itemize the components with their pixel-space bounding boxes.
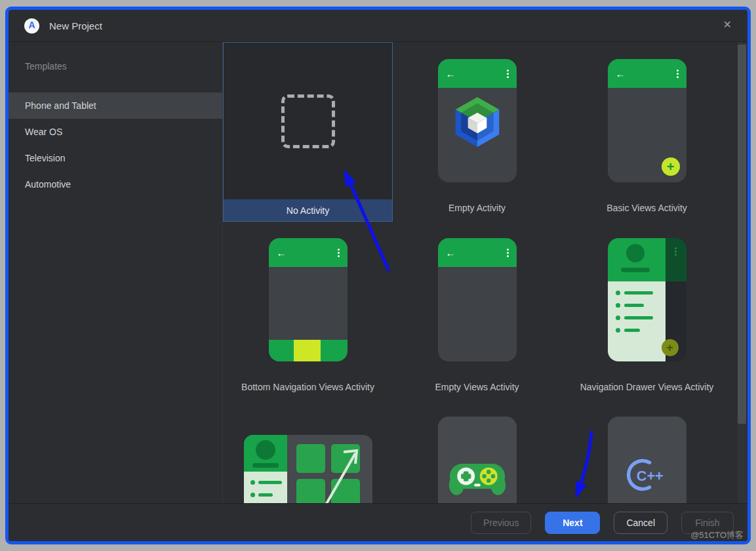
template-card-no-activity[interactable]: No Activity	[223, 42, 393, 222]
avatar-name-bar	[252, 463, 279, 468]
sidebar-item-wear-os[interactable]: Wear OS	[9, 119, 222, 145]
template-card-label: Basic Views Activity	[607, 203, 687, 213]
sidebar-header: Templates	[9, 61, 222, 74]
previous-button[interactable]: Previous	[471, 512, 531, 534]
template-card-label: Empty Views Activity	[435, 382, 519, 392]
template-card-label: Empty Activity	[448, 203, 506, 213]
dialog-title: New Project	[49, 20, 102, 31]
phone-mockup: +	[608, 238, 686, 361]
template-card-empty-activity[interactable]: ← Empty Ac	[392, 59, 562, 213]
templates-sidebar: Templates Phone and Tablet Wear OS Telev…	[9, 43, 223, 503]
new-project-dialog: A New Project ✕ Templates Phone and Tabl…	[5, 7, 751, 544]
next-button[interactable]: Next	[545, 512, 600, 534]
sidebar-item-television[interactable]: Television	[9, 145, 222, 171]
dialog-titlebar: A New Project	[9, 10, 747, 42]
back-arrow-icon: ←	[446, 68, 456, 79]
compose-logo-icon	[438, 96, 517, 148]
back-arrow-icon: ←	[446, 247, 456, 258]
sidebar-item-phone-and-tablet[interactable]: Phone and Tablet	[9, 92, 222, 119]
watermark: @51CTO博客	[690, 529, 744, 541]
phone-mockup: ←	[438, 238, 517, 361]
android-studio-icon: A	[24, 18, 39, 33]
avatar	[256, 440, 275, 460]
phone-app-bar	[666, 238, 686, 281]
sidebar-item-automotive[interactable]: Automotive	[9, 171, 222, 197]
drawer-header	[608, 238, 666, 281]
back-arrow-icon: ←	[277, 247, 287, 258]
game-controller-icon	[447, 457, 507, 498]
fab-plus-icon: +	[662, 157, 680, 176]
dialog-footer: Previous Next Cancel Finish	[9, 503, 747, 541]
kebab-menu-icon	[675, 247, 677, 256]
kebab-menu-icon	[677, 70, 679, 78]
dashed-square-icon	[281, 94, 335, 148]
phone-mockup	[438, 417, 517, 503]
template-grid: No Activity ←	[223, 42, 737, 503]
phone-mockup: ←	[269, 238, 348, 361]
phone-app-bar: ←	[269, 238, 348, 267]
back-arrow-icon: ←	[616, 68, 626, 79]
phone-mockup: ← +	[608, 59, 686, 182]
phone-app-bar: ←	[608, 59, 686, 88]
bottom-nav-bar-icon	[269, 340, 348, 361]
cancel-button[interactable]: Cancel	[614, 512, 667, 534]
drawer-menu-icon	[244, 472, 287, 503]
template-card-basic-views-activity[interactable]: ← + Basic Views Activity	[562, 59, 732, 213]
template-card-native-cpp[interactable]: C++	[562, 417, 732, 503]
template-card-game-activity[interactable]	[392, 417, 562, 503]
svg-text:C++: C++	[636, 468, 663, 484]
scrollbar-track[interactable]	[738, 42, 746, 503]
template-card-responsive-views[interactable]	[223, 435, 393, 503]
kebab-menu-icon	[507, 70, 509, 78]
avatar-name-bar	[621, 268, 650, 272]
template-card-navigation-drawer-views-activity[interactable]: + Navigation Drawer Views Activity	[562, 238, 732, 392]
cpp-logo-icon: C++	[622, 457, 672, 493]
template-card-label: No Activity	[224, 199, 392, 221]
phone-mockup: C++	[608, 417, 686, 503]
phone-app-bar: ←	[438, 59, 517, 88]
close-icon[interactable]: ✕	[723, 18, 732, 31]
avatar	[626, 244, 645, 262]
kebab-menu-icon	[507, 249, 509, 257]
template-card-label: Bottom Navigation Views Activity	[241, 382, 374, 392]
template-card-bottom-navigation-views-activity[interactable]: ← Bottom Navigation Views Activity	[223, 238, 393, 392]
scrollbar-thumb[interactable]	[738, 45, 746, 424]
template-card-empty-views-activity[interactable]: ← Empty Views Activity	[392, 238, 562, 392]
fab-plus-icon: +	[662, 339, 679, 356]
drawer-menu-icon	[608, 281, 666, 361]
phone-app-bar: ←	[438, 238, 517, 267]
template-card-label: Navigation Drawer Views Activity	[580, 382, 714, 392]
tablet-mockup	[244, 435, 372, 503]
kebab-menu-icon	[338, 249, 340, 257]
sidebar-list: Phone and Tablet Wear OS Television Auto…	[9, 92, 222, 197]
phone-mockup: ←	[438, 59, 517, 182]
